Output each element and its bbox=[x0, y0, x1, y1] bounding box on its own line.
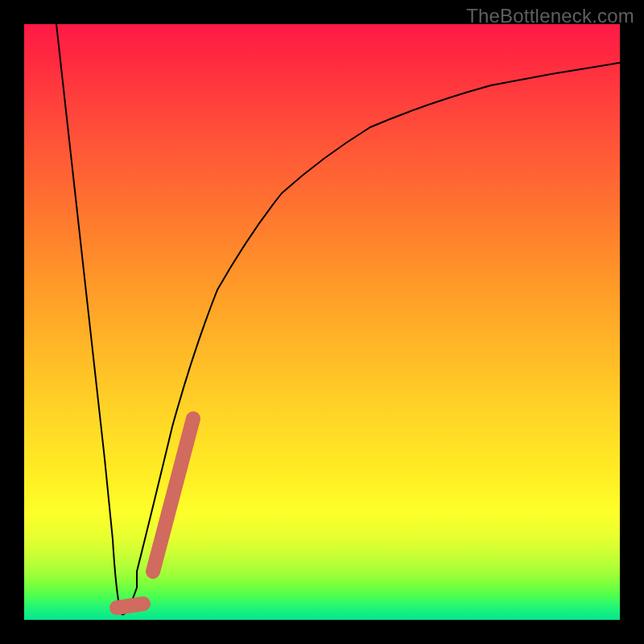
watermark: TheBottleneck.com bbox=[466, 5, 634, 27]
chart-frame: TheBottleneck.com bbox=[0, 0, 644, 644]
accent-short bbox=[117, 604, 143, 608]
chart-svg bbox=[24, 24, 620, 620]
plot-area bbox=[24, 24, 620, 620]
accent-long bbox=[153, 419, 193, 572]
bottleneck-curve bbox=[56, 24, 620, 614]
